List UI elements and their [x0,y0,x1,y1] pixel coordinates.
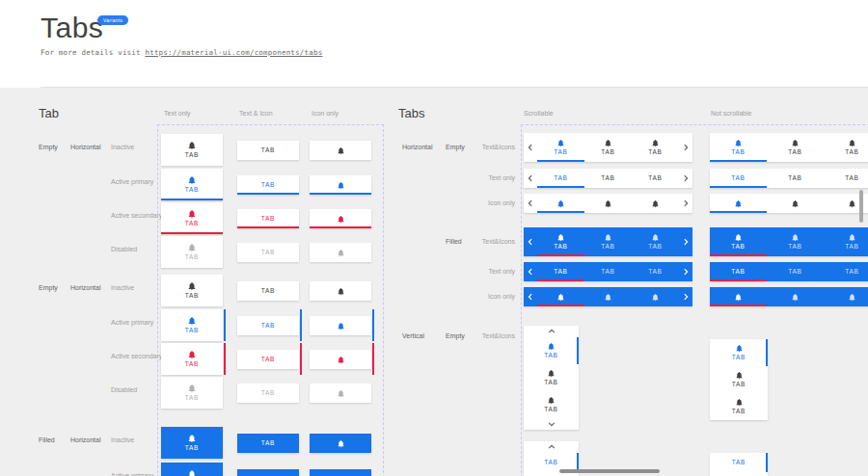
tab-text[interactable]: TAB [237,175,299,195]
tab-label: TAB [845,175,858,182]
tab-icon[interactable] [310,434,371,453]
chevron-left-icon[interactable] [524,262,537,281]
chevron-up-icon[interactable] [524,326,579,337]
tab-text[interactable]: TAB [710,453,768,472]
tab-text[interactable]: TAB [710,169,767,188]
tab-texticon[interactable]: TAB [767,227,824,256]
tab-texticon[interactable]: TAB [710,366,768,393]
tab-texticon[interactable]: TAB [537,133,584,162]
tab-texticon[interactable]: TAB [161,169,223,200]
tab-icon[interactable] [767,287,824,306]
tab-icon[interactable] [584,287,632,306]
tab-text[interactable]: TAB [237,469,299,476]
chevron-right-icon[interactable] [679,169,692,188]
chevron-right-icon[interactable] [679,133,692,162]
tab-text[interactable]: TAB [824,169,868,188]
tab-texticon[interactable]: TAB [824,227,868,256]
tab-texticon[interactable]: TAB [161,309,223,341]
tab-texticon[interactable]: TAB [584,227,632,256]
row-state-label: Active primary [111,319,153,326]
tab-texticon[interactable]: TAB [632,133,679,162]
tab-icon[interactable] [537,287,584,306]
chevron-left-icon[interactable] [524,194,537,213]
tab-text[interactable]: TAB [710,262,767,281]
group-fill-label: Empty [39,144,58,150]
tab-text[interactable]: TAB [237,350,299,369]
tab-texticon[interactable]: TAB [767,133,824,162]
tab-icon[interactable] [310,281,371,301]
chevron-right-icon[interactable] [679,262,692,281]
tab-text[interactable]: TAB [632,169,679,188]
active-tab-indicator [537,211,584,213]
tab-icon[interactable] [632,194,679,213]
tab-texticon[interactable]: TAB [524,337,579,364]
tab-text[interactable]: TAB [584,262,632,281]
tab-text[interactable]: TAB [710,472,768,476]
tab-texticon[interactable]: TAB [710,227,767,256]
tab-text[interactable]: TAB [237,141,299,160]
tab-label: TAB [261,390,275,397]
chevron-right-icon[interactable] [679,227,692,256]
tab-texticon[interactable]: TAB [824,133,868,162]
tab-texticon[interactable]: TAB [524,364,579,391]
material-ui-link[interactable]: https://material-ui.com/components/tabs [145,48,322,57]
tab-texticon[interactable]: TAB [161,202,223,234]
tab-texticon[interactable]: TAB [537,227,584,256]
notifications-bell-icon [337,439,345,448]
tab-icon[interactable] [632,287,679,306]
tab-icon[interactable] [537,194,584,213]
tab-texticon[interactable]: TAB [161,236,223,268]
tab-label: TAB [544,353,557,359]
tab-text[interactable]: TAB [237,434,299,453]
tab-icon[interactable] [310,383,371,403]
chevron-left-icon[interactable] [524,287,537,306]
tab-icon[interactable] [710,194,767,213]
tab-icon[interactable] [310,175,371,195]
tab-texticon[interactable]: TAB [710,133,767,162]
tab-icon[interactable] [310,316,371,335]
tab-texticon[interactable]: TAB [710,339,768,366]
tab-icon[interactable] [310,350,371,369]
chevron-down-icon[interactable] [524,418,579,430]
tab-text[interactable]: TAB [237,281,299,301]
tab-icon[interactable] [310,243,371,262]
tab-icon[interactable] [310,141,371,160]
chevron-left-icon[interactable] [524,169,537,188]
tab-texticon[interactable]: TAB [161,463,223,476]
tab-text[interactable]: TAB [632,262,679,281]
tab-text[interactable]: TAB [237,209,299,228]
tab-texticon[interactable]: TAB [161,377,223,409]
chevron-left-icon[interactable] [524,227,537,256]
chevron-left-icon[interactable] [524,133,537,162]
tab-text[interactable]: TAB [767,169,824,188]
tab-icon[interactable] [310,209,371,228]
tab-texticon[interactable]: TAB [161,134,223,166]
chevron-up-icon[interactable] [524,441,579,453]
tab-text[interactable]: TAB [237,316,299,335]
tab-texticon[interactable]: TAB [632,227,679,256]
tab-texticon[interactable]: TAB [161,275,223,306]
tab-icon[interactable] [767,194,824,213]
tab-text[interactable]: TAB [767,262,824,281]
tab-icon[interactable] [584,194,632,213]
tab-text[interactable]: TAB [237,383,299,403]
tab-text[interactable]: TAB [584,169,632,188]
tab-label: TAB [544,380,557,386]
tab-texticon[interactable]: TAB [710,393,768,420]
tab-icon[interactable] [710,287,767,306]
tab-text[interactable]: TAB [537,169,584,188]
chevron-right-icon[interactable] [679,287,692,306]
chevron-right-icon[interactable] [679,194,692,213]
tab-text[interactable]: TAB [824,262,868,281]
vertical-scrollbar-thumb[interactable] [859,190,863,223]
tab-texticon[interactable]: TAB [584,133,632,162]
tab-texticon[interactable]: TAB [161,427,223,459]
tab-icon[interactable] [824,287,868,306]
tab-icon[interactable] [310,469,371,476]
tab-text[interactable]: TAB [237,243,299,262]
tab-text[interactable]: TAB [537,262,584,281]
tab-texticon[interactable]: TAB [524,391,579,418]
scrollable-tab-bar [524,287,692,306]
horizontal-scrollbar-thumb[interactable] [559,469,660,473]
tab-texticon[interactable]: TAB [161,343,223,375]
